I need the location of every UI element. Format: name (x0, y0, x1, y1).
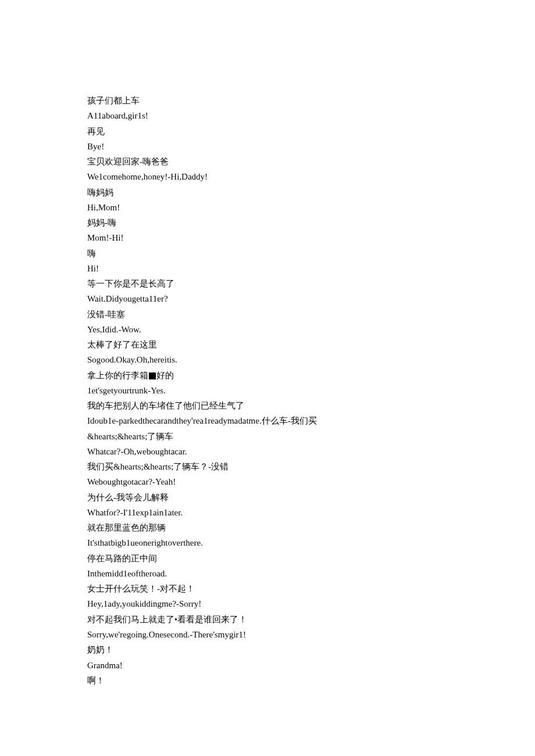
text-line: Sorry,we'regoing.Onesecond.-There'smygir… (87, 627, 448, 642)
text-line: It'sthatbigb1ueonerightoverthere. (87, 535, 448, 550)
text-line: 为什么-我等会儿解释 (87, 490, 448, 505)
text-line: 嗨妈妈 (87, 185, 448, 200)
text-line: Hey,1ady,youkiddingme?-Sorry! (87, 596, 448, 611)
text-line: We1comehome,honey!-Hi,Daddy! (87, 169, 448, 184)
text-line: Bye! (87, 139, 448, 154)
document-content: 孩子们都上车A11aboard,gir1s!再见Bye!宝贝欢迎回家-嗨爸爸We… (87, 93, 448, 688)
text-line: 宝贝欢迎回家-嗨爸爸 (87, 154, 448, 169)
text-line: 女士开什么玩笑！-对不起！ (87, 581, 448, 596)
text-line: 妈妈-嗨 (87, 215, 448, 230)
text-line: &hearts;&hearts;了辆车 (87, 429, 448, 444)
text-line: Grandma! (87, 658, 448, 673)
bullet-icon: • (174, 615, 177, 624)
text-line: Inthemidd1eoftheroad. (87, 566, 448, 581)
text-line: 啊！ (87, 673, 448, 688)
text-line: 奶奶！ (87, 642, 448, 657)
text-line: 1et'sgetyourtrunk-Yes. (87, 383, 448, 398)
text-line: Whatcar?-Oh,weboughtacar. (87, 444, 448, 459)
text-line: 就在那里蓝色的那辆 (87, 520, 448, 535)
text-line: 孩子们都上车 (87, 93, 448, 108)
text-line: 等一下你是不是长高了 (87, 276, 448, 291)
text-line: 没错-哇塞 (87, 307, 448, 322)
text-line: Whatfor?-I'11exp1ain1ater. (87, 505, 448, 520)
text-line: Wait.Didyougetta11er? (87, 291, 448, 306)
text-line: Hi! (87, 261, 448, 276)
text-line: Hi,Mom! (87, 200, 448, 215)
text-line: Idoub1e-parkedthecarandthey'rea1readymad… (87, 413, 448, 428)
text-line: Sogood.Okay.Oh,hereitis. (87, 352, 448, 367)
square-marker-icon (149, 372, 156, 379)
text-line: 再见 (87, 124, 448, 139)
text-line: 我们买&hearts;&hearts;了辆车？-没错 (87, 459, 448, 474)
text-line: 太棒了好了在这里 (87, 337, 448, 352)
text-line: 对不起我们马上就走了•看看是谁回来了！ (87, 612, 448, 628)
text-line: Yes,Idid.-Wow. (87, 322, 448, 337)
text-line: 嗨 (87, 246, 448, 261)
text-line: 我的车把别人的车堵住了他们已经生气了 (87, 398, 448, 413)
text-line: 停在马路的正中间 (87, 551, 448, 566)
text-line: Weboughtgotacar?-Yeah! (87, 474, 448, 489)
text-line: A11aboard,gir1s! (87, 108, 448, 123)
text-line: 拿上你的行李箱好的 (87, 368, 448, 383)
text-line: Mom!-Hi! (87, 230, 448, 245)
